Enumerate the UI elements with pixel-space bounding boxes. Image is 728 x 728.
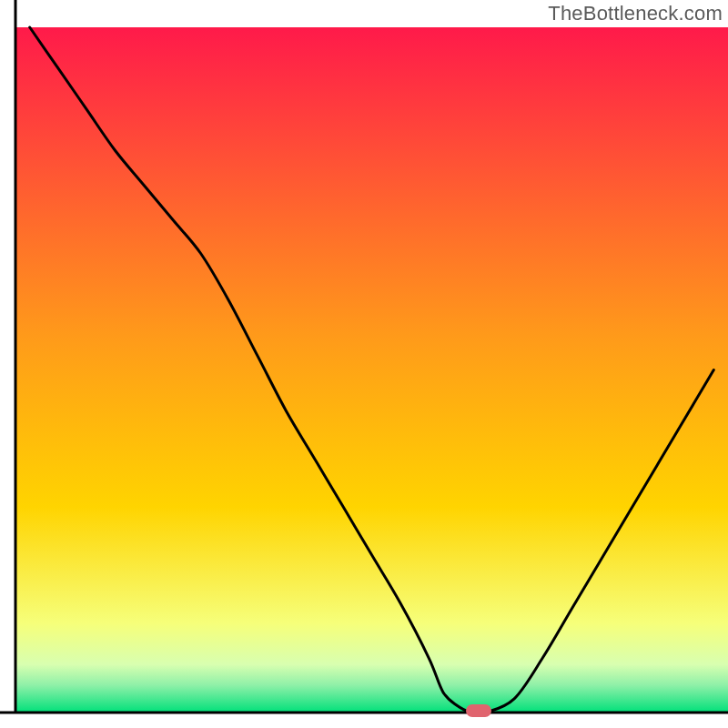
watermark-text: TheBottleneck.com <box>548 2 723 25</box>
bottleneck-chart: TheBottleneck.com <box>0 0 728 728</box>
optimal-marker <box>466 704 491 717</box>
chart-svg <box>0 0 728 728</box>
plot-background <box>15 27 728 713</box>
